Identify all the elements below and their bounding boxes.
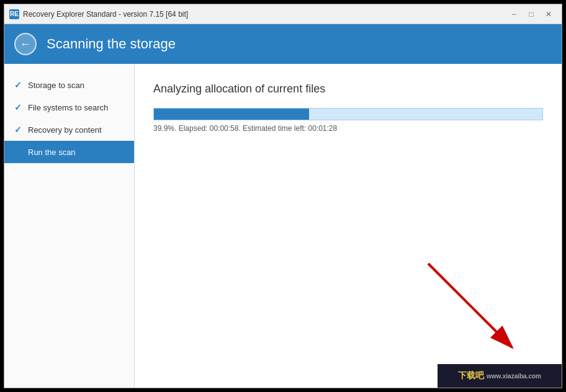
- sidebar-item-recovery-by-content[interactable]: ✓ Recovery by content: [4, 118, 134, 141]
- watermark-url: www.xiazaiba.com: [487, 373, 541, 380]
- window-title: Recovery Explorer Standard - version 7.1…: [23, 10, 188, 19]
- sidebar-item-file-systems[interactable]: ✓ File systems to search: [4, 96, 134, 118]
- app-icon: RE: [9, 9, 19, 19]
- header-title: Scanning the storage: [47, 36, 176, 52]
- sidebar-item-label: Run the scan: [28, 148, 76, 157]
- title-bar-left: RE Recovery Explorer Standard - version …: [9, 9, 188, 19]
- sidebar-item-run-scan[interactable]: ✓ Run the scan: [4, 141, 134, 163]
- progress-status: 39.9%. Elapsed: 00:00:58. Estimated time…: [153, 124, 543, 133]
- sidebar-item-label: Storage to scan: [28, 81, 84, 90]
- content-title: Analyzing allocation of current files: [153, 82, 543, 96]
- sidebar-item-label: File systems to search: [28, 103, 108, 112]
- progress-bar-track: [153, 108, 543, 120]
- watermark-bar: 下载吧 www.xiazaiba.com: [438, 364, 562, 388]
- close-button[interactable]: ✕: [541, 8, 557, 20]
- progress-container: 39.9%. Elapsed: 00:00:58. Estimated time…: [153, 108, 543, 133]
- checkmark-icon: ✓: [14, 125, 23, 135]
- back-arrow-icon: ←: [20, 38, 31, 51]
- minimize-button[interactable]: −: [506, 8, 522, 20]
- window-controls: − □ ✕: [506, 8, 557, 20]
- checkmark-icon: ✓: [14, 80, 23, 90]
- sidebar-item-label: Recovery by content: [28, 125, 102, 135]
- checkmark-icon: ✓: [14, 102, 23, 112]
- content-area: Analyzing allocation of current files 39…: [135, 64, 562, 388]
- main-content: ✓ Storage to scan ✓ File systems to sear…: [4, 64, 562, 388]
- title-bar: RE Recovery Explorer Standard - version …: [4, 4, 562, 24]
- progress-bar-fill: [154, 109, 309, 120]
- maximize-button[interactable]: □: [523, 8, 539, 20]
- app-window: RE Recovery Explorer Standard - version …: [4, 4, 562, 388]
- header-bar: ← Scanning the storage: [4, 24, 562, 64]
- watermark-chinese: 下载吧: [458, 370, 484, 381]
- back-button[interactable]: ←: [14, 33, 37, 55]
- sidebar-item-storage-to-scan[interactable]: ✓ Storage to scan: [4, 74, 134, 96]
- sidebar: ✓ Storage to scan ✓ File systems to sear…: [4, 64, 135, 388]
